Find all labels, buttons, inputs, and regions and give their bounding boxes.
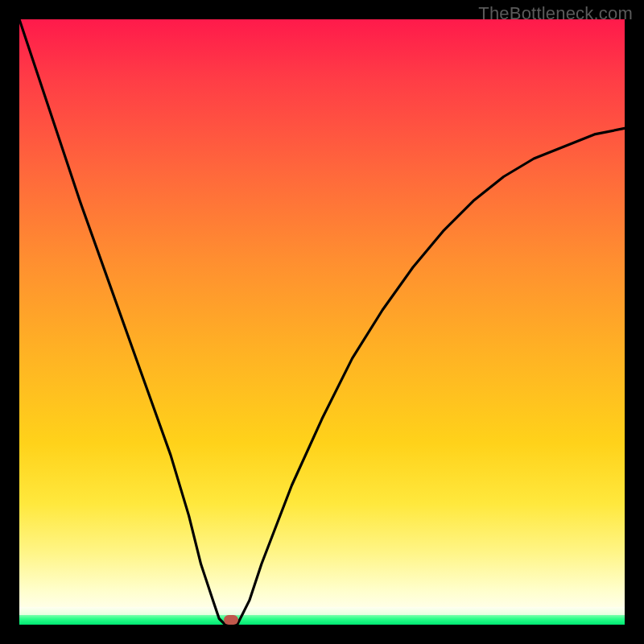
plot-area bbox=[19, 19, 625, 625]
watermark-text: TheBottleneck.com bbox=[478, 3, 633, 24]
optimal-point-marker bbox=[224, 615, 238, 625]
curve-path bbox=[19, 19, 625, 625]
chart-frame: TheBottleneck.com bbox=[0, 0, 644, 644]
bottleneck-curve bbox=[19, 19, 625, 625]
